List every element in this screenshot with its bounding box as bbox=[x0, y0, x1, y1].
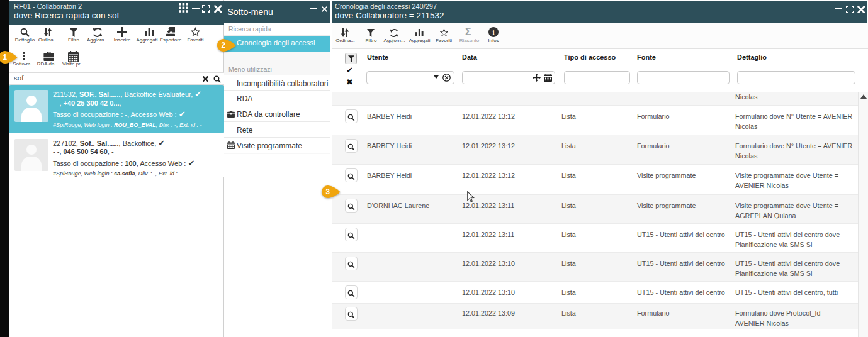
svg-text:3: 3 bbox=[325, 187, 330, 196]
svg-text:2: 2 bbox=[221, 41, 225, 50]
svg-text:1: 1 bbox=[3, 53, 7, 62]
